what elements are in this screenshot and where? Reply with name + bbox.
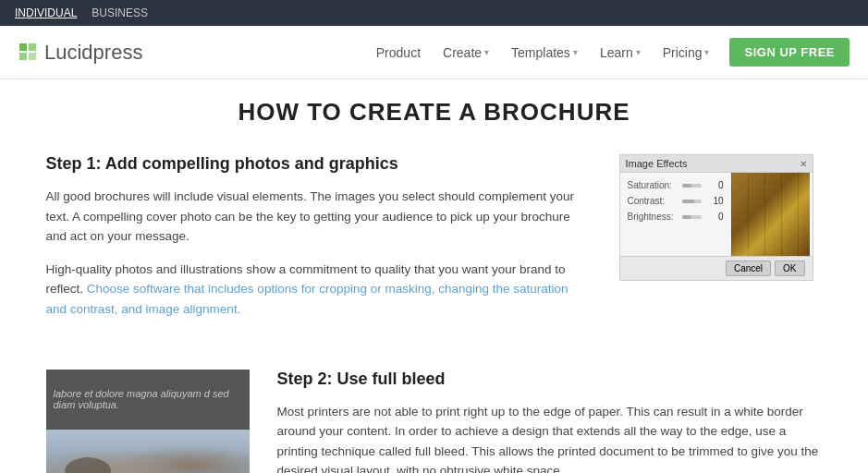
learn-chevron-icon: ▾	[636, 47, 641, 57]
top-bar: INDIVIDUAL BUSINESS	[0, 0, 868, 26]
step1-content: Step 1: Add compelling photos and graphi…	[46, 154, 592, 333]
ie-body: Saturation: 0 Contrast: 10	[620, 173, 813, 256]
nav-pricing[interactable]: Pricing ▾	[654, 40, 719, 66]
logo[interactable]: Lucidpress	[18, 41, 142, 65]
main-content: HOW TO CREATE A BROCHURE Step 1: Add com…	[18, 79, 850, 473]
ie-saturation-row: Saturation: 0	[628, 180, 724, 190]
logo-text: Lucidpress	[44, 41, 142, 65]
ie-saturation-value: 0	[705, 180, 724, 190]
image-effects-dialog: Image Effects ✕ Saturation: 0 Con	[619, 154, 813, 281]
page-title: HOW TO CREATE A BROCHURE	[46, 98, 823, 127]
step1-para1: All good brochures will include visual e…	[46, 187, 592, 247]
create-chevron-icon: ▾	[484, 47, 489, 57]
ie-contrast-value: 10	[705, 196, 724, 206]
pricing-chevron-icon: ▾	[704, 47, 709, 57]
ie-saturation-slider[interactable]	[682, 184, 702, 188]
step2-para1: Most printers are not able to print righ…	[277, 402, 823, 473]
step2-img-bottom	[46, 430, 250, 473]
ie-contrast-label: Contrast:	[628, 196, 679, 206]
step2-image: labore et dolore magna aliquyam d sed di…	[46, 370, 250, 473]
svg-rect-3	[29, 53, 36, 60]
ie-brightness-row: Brightness: 0	[628, 212, 724, 222]
step2-content: Step 2: Use full bleed Most printers are…	[277, 370, 823, 473]
ie-close-icon[interactable]: ✕	[800, 159, 807, 169]
svg-rect-2	[19, 53, 27, 60]
individual-tab[interactable]: INDIVIDUAL	[15, 6, 77, 19]
ie-ok-button[interactable]: OK	[775, 261, 804, 276]
svg-rect-0	[19, 43, 27, 51]
main-nav: Product Create ▾ Templates ▾ Learn ▾ Pri…	[367, 38, 850, 67]
ie-photo	[731, 173, 813, 256]
ie-saturation-label: Saturation:	[628, 180, 679, 190]
nav-templates[interactable]: Templates ▾	[502, 40, 587, 66]
templates-chevron-icon: ▾	[573, 47, 578, 57]
signup-button[interactable]: SIGN UP FREE	[729, 38, 850, 67]
step2-section: Step 2: Use full bleed Most printers are…	[46, 370, 823, 473]
ie-contrast-slider[interactable]	[682, 200, 702, 203]
step1-link[interactable]: Choose software that includes options fo…	[46, 282, 568, 316]
logo-icon	[18, 42, 39, 63]
ie-cancel-button[interactable]: Cancel	[726, 261, 771, 276]
ie-titlebar: Image Effects ✕	[620, 155, 813, 173]
header: Lucidpress Product Create ▾ Templates ▾ …	[0, 26, 868, 79]
ie-footer: Cancel OK	[620, 256, 813, 280]
step1-para2: High-quality photos and illustrations sh…	[46, 260, 592, 320]
step2-heading: Step 2: Use full bleed	[277, 370, 823, 389]
step1-heading: Step 1: Add compelling photos and graphi…	[46, 154, 592, 174]
step1-image: Image Effects ✕ Saturation: 0 Con	[619, 154, 823, 281]
nav-create[interactable]: Create ▾	[434, 40, 498, 66]
ie-contrast-row: Contrast: 10	[628, 196, 724, 206]
ie-brightness-value: 0	[705, 212, 724, 222]
step2-img-top: labore et dolore magna aliquyam d sed di…	[46, 370, 250, 430]
nav-learn[interactable]: Learn ▾	[591, 40, 650, 66]
svg-rect-1	[29, 43, 36, 51]
ie-brightness-label: Brightness:	[628, 212, 679, 222]
step2-image-box: labore et dolore magna aliquyam d sed di…	[46, 370, 250, 473]
nav-product[interactable]: Product	[367, 40, 430, 66]
ie-controls: Saturation: 0 Contrast: 10	[620, 173, 731, 256]
step1-section: Step 1: Add compelling photos and graphi…	[46, 154, 823, 333]
ie-brightness-slider[interactable]	[682, 215, 702, 219]
business-tab[interactable]: BUSINESS	[92, 6, 148, 19]
ie-photo-barrels	[731, 173, 810, 256]
